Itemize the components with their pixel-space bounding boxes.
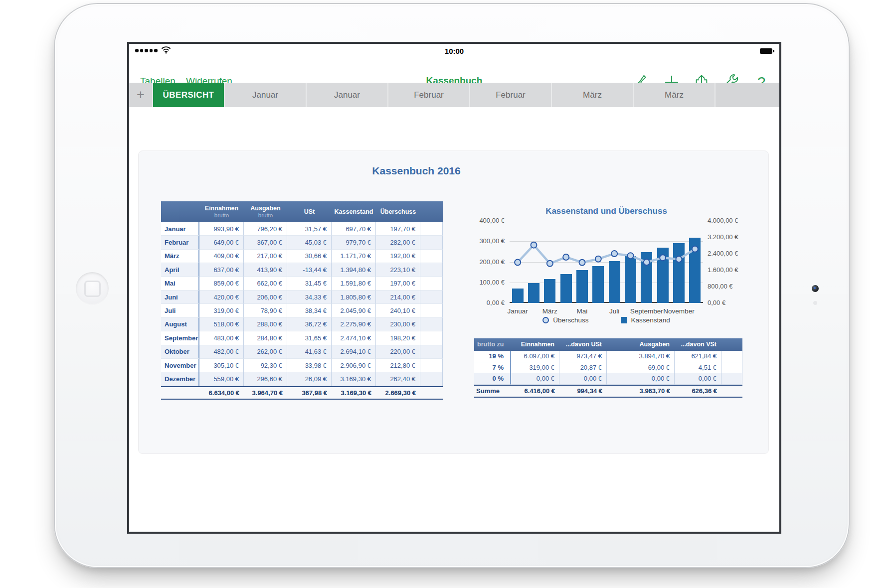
table-cell[interactable]: Januar <box>161 222 199 236</box>
table-cell[interactable]: Oktober <box>161 345 199 359</box>
table-total-cell[interactable] <box>161 386 199 400</box>
table-cell[interactable]: 220,00 € <box>376 345 420 359</box>
table-header-cell[interactable]: Ausgabenbrutto <box>244 201 287 222</box>
table-cell[interactable]: 319,00 € <box>511 362 559 374</box>
table-cell[interactable]: Dezember <box>161 372 199 386</box>
sheet-tab-februar[interactable]: Februar <box>388 83 470 107</box>
table-cell[interactable]: 206,00 € <box>244 291 287 304</box>
table-cell[interactable]: 697,70 € <box>332 222 376 236</box>
tax-table[interactable]: brutto zuEinnahmen...davon UStAusgaben..… <box>474 338 742 398</box>
table-cell[interactable]: 223,10 € <box>376 263 420 277</box>
table-cell[interactable]: 262,00 € <box>244 345 287 359</box>
sheet-tab-märz[interactable]: März <box>634 83 716 107</box>
table-total-cell[interactable]: 626,36 € <box>675 385 721 398</box>
table-cell[interactable]: 518,00 € <box>199 318 244 331</box>
table-cell[interactable]: 30,66 € <box>287 250 332 263</box>
table-cell[interactable]: 2.275,90 € <box>332 318 376 331</box>
table-cell[interactable]: 3.894,70 € <box>607 351 675 362</box>
table-cell[interactable] <box>420 345 443 359</box>
table-cell[interactable]: 36,72 € <box>287 318 332 331</box>
table-cell[interactable]: 993,90 € <box>199 222 244 236</box>
table-total-cell[interactable]: 994,34 € <box>559 385 607 398</box>
table-cell[interactable] <box>420 304 443 317</box>
table-cell[interactable]: 662,00 € <box>244 277 287 291</box>
table-cell[interactable]: 197,70 € <box>376 222 420 236</box>
table-cell[interactable]: 0,00 € <box>675 373 721 385</box>
sheet-title[interactable]: Kassenbuch 2016 <box>217 165 616 177</box>
table-cell[interactable]: 979,70 € <box>332 236 376 249</box>
table-total-cell[interactable]: 3.169,30 € <box>332 386 376 400</box>
table-cell[interactable]: Februar <box>161 236 199 249</box>
table-cell[interactable]: 0 % <box>474 373 511 385</box>
table-cell[interactable]: 413,90 € <box>244 263 287 277</box>
table-cell[interactable]: 296,60 € <box>244 372 287 386</box>
table-cell[interactable]: 483,00 € <box>199 331 244 345</box>
table-cell[interactable]: 7 % <box>474 362 511 374</box>
table-cell[interactable]: 796,20 € <box>244 222 287 236</box>
table-cell[interactable]: 34,33 € <box>287 291 332 304</box>
table-cell[interactable]: 1.591,80 € <box>332 277 376 291</box>
table-cell[interactable]: 420,00 € <box>199 291 244 304</box>
table-cell[interactable]: 33,98 € <box>287 359 332 372</box>
table-cell[interactable] <box>420 372 443 386</box>
sheet-tab-übersicht[interactable]: ÜBERSICHT <box>153 83 225 107</box>
table-header-cell[interactable]: Ausgaben <box>607 338 675 351</box>
table-header-cell[interactable]: Einnahmenbrutto <box>199 201 244 222</box>
table-cell[interactable] <box>420 291 443 304</box>
table-cell[interactable]: 4,51 € <box>675 362 721 374</box>
table-cell[interactable]: 19 % <box>474 351 511 362</box>
table-cell[interactable]: 3.169,30 € <box>332 372 376 386</box>
table-header-cell[interactable] <box>161 201 199 222</box>
table-cell[interactable]: 217,00 € <box>244 250 287 263</box>
table-cell[interactable]: 649,00 € <box>199 236 244 249</box>
table-cell[interactable]: 212,80 € <box>376 359 420 372</box>
table-cell[interactable]: 621,84 € <box>675 351 721 362</box>
table-cell[interactable]: 6.097,00 € <box>511 351 559 362</box>
table-cell[interactable]: 973,47 € <box>559 351 607 362</box>
table-cell[interactable] <box>420 331 443 345</box>
table-cell[interactable]: 38,34 € <box>287 304 332 317</box>
sheet-tab-januar[interactable]: Januar <box>225 83 307 107</box>
table-total-cell[interactable]: 3.963,70 € <box>607 385 675 398</box>
table-cell[interactable]: 284,80 € <box>244 331 287 345</box>
table-total-cell[interactable]: 6.634,00 € <box>199 386 244 400</box>
table-cell[interactable]: November <box>161 359 199 372</box>
table-total-cell[interactable] <box>721 385 742 398</box>
table-cell[interactable]: 482,00 € <box>199 345 244 359</box>
table-cell[interactable] <box>420 318 443 331</box>
table-cell[interactable] <box>420 236 443 249</box>
table-header-cell[interactable] <box>420 201 443 222</box>
table-cell[interactable] <box>420 250 443 263</box>
table-cell[interactable] <box>420 222 443 236</box>
table-cell[interactable] <box>420 277 443 291</box>
table-cell[interactable]: 45,03 € <box>287 236 332 249</box>
table-header-cell[interactable]: ...davon USt <box>559 338 607 351</box>
table-cell[interactable]: 0,00 € <box>559 373 607 385</box>
table-cell[interactable]: April <box>161 263 199 277</box>
table-cell[interactable]: 197,00 € <box>376 277 420 291</box>
table-total-cell[interactable]: 367,98 € <box>287 386 332 400</box>
table-cell[interactable]: 2.474,10 € <box>332 331 376 345</box>
table-cell[interactable]: 2.906,90 € <box>332 359 376 372</box>
table-cell[interactable]: 69,00 € <box>607 362 675 374</box>
table-cell[interactable]: September <box>161 331 199 345</box>
table-cell[interactable]: 78,90 € <box>244 304 287 317</box>
table-total-cell[interactable]: 3.964,70 € <box>244 386 287 400</box>
home-button[interactable] <box>76 272 109 305</box>
sheet-tab-februar[interactable]: Februar <box>470 83 552 107</box>
table-cell[interactable]: -13,44 € <box>287 263 332 277</box>
table-header-cell[interactable]: Kassenstand <box>332 201 376 222</box>
table-header-cell[interactable]: ...davon VSt <box>675 338 721 351</box>
table-header-cell[interactable]: Überschuss <box>376 201 420 222</box>
table-cell[interactable]: 230,00 € <box>376 318 420 331</box>
table-cell[interactable]: 192,00 € <box>376 250 420 263</box>
table-cell[interactable]: Juni <box>161 291 199 304</box>
table-cell[interactable]: 262,40 € <box>376 372 420 386</box>
table-cell[interactable]: 1.394,80 € <box>332 263 376 277</box>
table-cell[interactable]: März <box>161 250 199 263</box>
table-cell[interactable]: August <box>161 318 199 331</box>
table-header-cell[interactable]: brutto zu <box>474 338 511 351</box>
table-total-cell[interactable]: Summe <box>474 385 511 398</box>
table-cell[interactable]: 1.171,70 € <box>332 250 376 263</box>
table-header-cell[interactable]: USt <box>287 201 332 222</box>
